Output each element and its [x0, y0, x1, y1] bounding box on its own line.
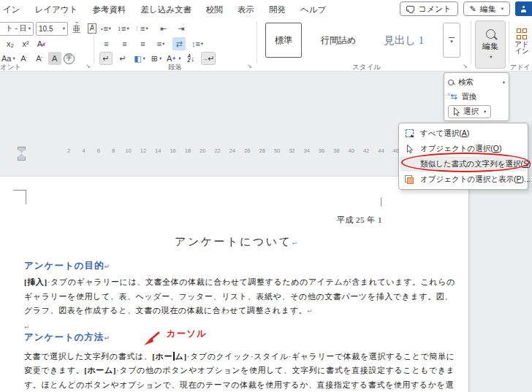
share-button[interactable]: [515, 1, 532, 16]
document-date: 平成 25 年 1: [24, 215, 382, 226]
body-line: 変更できます。[ホーム]·タブの他のボタンやオプションを使用して、文字列に書式を…: [24, 365, 448, 376]
paragraph-mark: ↵: [24, 323, 30, 331]
line-spacing-button[interactable]: ↕≡▾: [191, 37, 204, 50]
menubar-tab[interactable]: 参考資料: [92, 4, 126, 15]
page-corner-mark-right: [381, 198, 381, 207]
menubar-tab[interactable]: 校閲: [206, 4, 223, 15]
justify-button[interactable]: ≡▾: [154, 37, 167, 50]
shading-button[interactable]: ◧▾: [133, 52, 146, 65]
ruler-number: 24: [225, 147, 240, 154]
ruler-number: 26: [240, 147, 254, 154]
font-name-combo[interactable]: ト - 日 ▾: [0, 22, 34, 36]
replace-button[interactable]: b⇆ 置換: [448, 90, 505, 104]
align-left-button[interactable]: ≡: [99, 37, 113, 50]
font-size-combo[interactable]: 10.5 ▾: [36, 22, 68, 36]
empty-paragraph-mark: ↵: [24, 322, 30, 331]
bullet-list-button[interactable]: •≡▾: [99, 22, 113, 35]
menubar-tab[interactable]: イン: [3, 4, 20, 15]
superscript-button[interactable]: x²: [19, 37, 32, 50]
character-border-button[interactable]: A: [86, 22, 99, 35]
ruler-number: 12: [136, 147, 151, 154]
share-person-icon: [520, 6, 527, 12]
show-formatting-marks-button[interactable]: →↵: [201, 52, 215, 65]
menu-item-select-similar-formatting[interactable]: 類似した書式の文字列を選択(S): [400, 156, 526, 172]
style-no-spacing[interactable]: 行間詰め: [312, 23, 365, 58]
style-normal[interactable]: 標準: [265, 23, 302, 58]
shrink-font-button[interactable]: Aˇ: [33, 52, 46, 65]
editing-mode-button[interactable]: ✎ 編集 ▾: [463, 1, 510, 16]
align-right-button[interactable]: ≡: [136, 37, 149, 50]
ruler-number: 6: [91, 147, 106, 154]
hanging-indent-marker[interactable]: [18, 154, 26, 161]
ruler-number: 16: [165, 147, 180, 154]
ruler-number: 20: [195, 147, 210, 154]
body-line: [挿入]·タブのギャラリーには、文書全体の体裁に合わせて調整するためのアイテムが…: [24, 277, 448, 288]
chevron-down-icon: ▾: [503, 80, 505, 85]
distribute-text-button[interactable]: ⇄: [172, 37, 186, 50]
paragraph-dialog-launcher[interactable]: ↘: [247, 63, 252, 69]
clear-formatting-button[interactable]: A◢: [34, 37, 48, 50]
style-heading1[interactable]: 見出し 1: [375, 23, 433, 58]
right-to-left-paragraph-button[interactable]: ↵: [116, 52, 129, 65]
menu-item-selection-pane[interactable]: オブジェクトの選択と表示(P)...: [400, 172, 526, 187]
menubar-tab[interactable]: レイアウト: [35, 4, 78, 15]
body-line: 文書で選択した文字列の書式は、[ホーム]·タブのクイック·スタイル·ギャラリーで…: [24, 351, 448, 362]
ruler-number: 8: [106, 147, 121, 154]
page-corner-mark: [13, 190, 26, 204]
increase-indent-button[interactable]: ⇥: [175, 22, 188, 35]
eraser-icon: ◢: [41, 41, 45, 47]
menubar-tab[interactable]: 開発: [269, 4, 286, 15]
menubar-tab[interactable]: 表示: [238, 4, 254, 15]
character-border-icon: A: [88, 23, 97, 34]
styles-dialog-launcher[interactable]: ↘: [463, 63, 468, 69]
menu-item-select-objects[interactable]: オブジェクトの選択(O): [400, 141, 526, 156]
editing-group-button[interactable]: 編集 ▾: [475, 20, 506, 69]
phonetic-guide-button[interactable]: 亜ア: [70, 22, 83, 35]
multilevel-list-button[interactable]: ⋮≡▾: [134, 22, 148, 35]
magnifier-icon: [486, 29, 495, 39]
align-center-button[interactable]: ≡: [118, 37, 131, 50]
document-title: アンケートについて↵: [24, 235, 448, 249]
chevron-down-icon: ▾: [28, 26, 31, 31]
ruler-number: 42: [359, 147, 373, 154]
selection-pane-icon: [405, 175, 414, 184]
sort-button[interactable]: AZ ↓: [184, 52, 197, 65]
first-line-indent-marker[interactable]: [18, 147, 26, 153]
ruler-number: 40: [344, 147, 359, 154]
document-page[interactable]: 平成 25 年 1 アンケートについて↵ アンケートの目的↵ [挿入]·タブのギ…: [0, 177, 468, 392]
menubar: インレイアウト参考資料差し込み文書校閲表示開発ヘルプ コメント ✎ 編集 ▾: [0, 0, 532, 19]
numbered-list-button[interactable]: 1≡▾: [117, 22, 130, 35]
menu-item-select-all[interactable]: すべて選択(A): [400, 126, 526, 141]
ruler-number: 36: [314, 147, 329, 154]
style-gallery-more-button[interactable]: ▾: [443, 23, 460, 58]
borders-button[interactable]: ⊞▾: [150, 52, 163, 65]
ruler-number: 22: [210, 147, 224, 154]
subscript-button[interactable]: x₂: [4, 37, 17, 50]
paragraph-mark: ↵: [307, 307, 313, 315]
menubar-tab[interactable]: 差し込み文書: [140, 4, 191, 15]
find-button[interactable]: 検索 ▾: [448, 75, 505, 89]
ruler-number: 14: [151, 147, 165, 154]
character-shading-button[interactable]: A: [48, 52, 61, 65]
left-to-right-paragraph-button[interactable]: ↵: [99, 52, 113, 65]
ribbon: ト - 日 ▾ 10.5 ▾ 亜ア A x₂ x² A◢ Aa▾ Aˆ Aˇ A…: [0, 19, 532, 72]
add-ins-button[interactable]: アド イン: [512, 22, 532, 61]
cursor-annotation-arrow: [142, 331, 162, 347]
horizontal-ruler[interactable]: 2468101214161820222426283032343638404244…: [61, 147, 418, 154]
pencil-icon: ✎: [470, 4, 476, 14]
select-button[interactable]: 選択 ▾: [448, 105, 491, 118]
body-line: す。ほとんどのボタンやオプションで、現在のテーマの体裁を使用するか、直接指定する…: [24, 380, 448, 391]
section-heading-purpose: アンケートの目的↵: [24, 260, 110, 272]
menubar-tab[interactable]: ヘルプ: [300, 4, 326, 15]
ruler-number: 10: [121, 147, 135, 154]
font-dialog-launcher[interactable]: ↘: [86, 63, 91, 69]
ruler-number: 34: [300, 147, 314, 154]
enclose-characters-button[interactable]: 字: [64, 53, 75, 64]
text-cursor: [173, 352, 175, 361]
decrease-indent-button[interactable]: ⇤: [157, 22, 170, 35]
comments-button[interactable]: コメント: [400, 1, 457, 16]
chevron-down-icon: ▾: [484, 109, 486, 115]
paragraph-mark: ↵: [104, 263, 110, 270]
cursor-annotation-label: カーソル: [167, 328, 207, 340]
ribbon-tabs: インレイアウト参考資料差し込み文書校閲表示開発ヘルプ: [0, 4, 326, 15]
